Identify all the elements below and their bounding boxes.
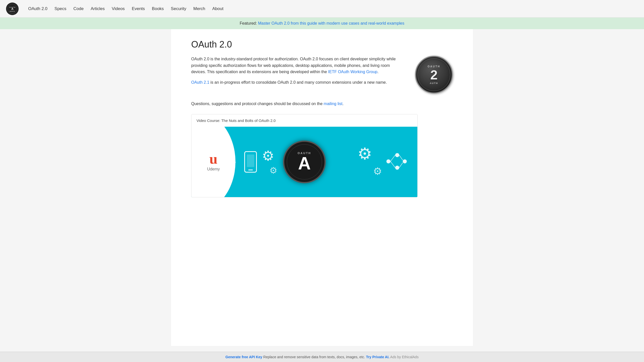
svg-text:NERVE: NERVE <box>10 10 15 12</box>
nav-item-specs[interactable]: Specs <box>51 4 70 13</box>
intro-section: OAuth 2.0 is the industry-standard proto… <box>191 56 453 94</box>
center-oauth-badge: OAUTH A <box>283 141 326 183</box>
site-logo[interactable]: OAUTH A NERVE <box>6 3 19 15</box>
phone-screen <box>247 154 254 167</box>
nav-item-oauth20[interactable]: OAuth 2.0 <box>25 4 51 13</box>
video-course-box: Video Course: The Nuts and Bolts of OAut… <box>191 114 418 197</box>
intro-text: OAuth 2.0 is the industry-standard proto… <box>191 56 405 89</box>
nav-item-articles[interactable]: Articles <box>87 4 108 13</box>
badge-inner-ring <box>287 144 322 179</box>
nav-link-merch[interactable]: Merch <box>190 4 209 13</box>
nav-item-events[interactable]: Events <box>128 4 148 13</box>
oauth21-paragraph: OAuth 2.1 is an in-progress effort to co… <box>191 79 405 86</box>
video-course-label: Video Course: The Nuts and Bolts of OAut… <box>191 114 417 127</box>
mailing-list-link[interactable]: mailing list <box>324 102 343 106</box>
nav-item-books[interactable]: Books <box>148 4 167 13</box>
nav-item-about[interactable]: About <box>209 4 227 13</box>
nav-link-articles[interactable]: Articles <box>87 4 108 13</box>
oauth21-link[interactable]: OAuth 2.1 <box>191 80 209 84</box>
ietf-link[interactable]: IETF OAuth Working Group <box>328 70 377 74</box>
main-content: OAuth 2.0 OAuth 2.0 is the industry-stan… <box>171 29 473 346</box>
svg-point-7 <box>395 166 399 170</box>
svg-line-12 <box>399 163 403 168</box>
udemy-u-icon: u <box>209 152 217 165</box>
video-thumbnail[interactable]: u Udemy ··· ⚙ ⚙ OAUTH A ⚙ ⚙ <box>191 127 417 197</box>
nav-item-videos[interactable]: Videos <box>108 4 128 13</box>
badge-top-text: OAUTH <box>428 65 440 68</box>
udemy-section: u Udemy <box>191 127 235 197</box>
phone-icon <box>244 151 257 172</box>
mailing-paragraph: Questions, suggestions and protocol chan… <box>191 101 453 107</box>
svg-point-5 <box>386 159 390 163</box>
nav-link-specs[interactable]: Specs <box>51 4 70 13</box>
nav-link-code[interactable]: Code <box>70 4 87 13</box>
page-title: OAuth 2.0 <box>191 39 453 50</box>
navbar: OAUTH A NERVE OAuth 2.0 Specs Code Artic… <box>0 0 644 18</box>
gear-left-small-icon: ⚙ <box>269 165 277 175</box>
nav-link-about[interactable]: About <box>209 4 227 13</box>
svg-line-10 <box>390 161 395 168</box>
svg-line-9 <box>390 155 395 161</box>
nav-links: OAuth 2.0 Specs Code Articles Videos Eve… <box>25 4 227 13</box>
connection-dots: ··· <box>230 159 237 165</box>
logo-circle: OAUTH A NERVE <box>6 3 19 15</box>
featured-banner: Featured: Master OAuth 2.0 from this gui… <box>0 18 644 29</box>
gear-left-icon: ⚙ <box>262 148 274 164</box>
featured-label: Featured: <box>240 21 257 25</box>
nav-item-security[interactable]: Security <box>167 4 190 13</box>
svg-point-8 <box>403 159 407 163</box>
gear-right-large-icon: ⚙ <box>357 144 372 163</box>
featured-link[interactable]: Master OAuth 2.0 from this guide with mo… <box>258 21 405 25</box>
nav-item-code[interactable]: Code <box>70 4 87 13</box>
badge-number: 2 <box>430 68 438 81</box>
phone-home-button <box>248 169 253 170</box>
network-icon <box>385 151 407 172</box>
gear-right-medium-icon: ⚙ <box>373 165 382 177</box>
svg-line-11 <box>399 155 403 160</box>
nav-link-videos[interactable]: Videos <box>108 4 128 13</box>
intro-paragraph: OAuth 2.0 is the industry-standard proto… <box>191 56 405 75</box>
nav-link-security[interactable]: Security <box>167 4 190 13</box>
nav-item-merch[interactable]: Merch <box>190 4 209 13</box>
badge-bottom-text: AUTH <box>430 82 438 84</box>
oauth-logo-badge: OAUTH 2 AUTH <box>415 56 453 94</box>
nav-link-books[interactable]: Books <box>148 4 167 13</box>
udemy-text: Udemy <box>207 167 220 171</box>
nav-link-oauth20[interactable]: OAuth 2.0 <box>25 4 51 13</box>
svg-text:A: A <box>11 7 14 10</box>
svg-point-6 <box>395 153 399 157</box>
nav-link-events[interactable]: Events <box>128 4 148 13</box>
